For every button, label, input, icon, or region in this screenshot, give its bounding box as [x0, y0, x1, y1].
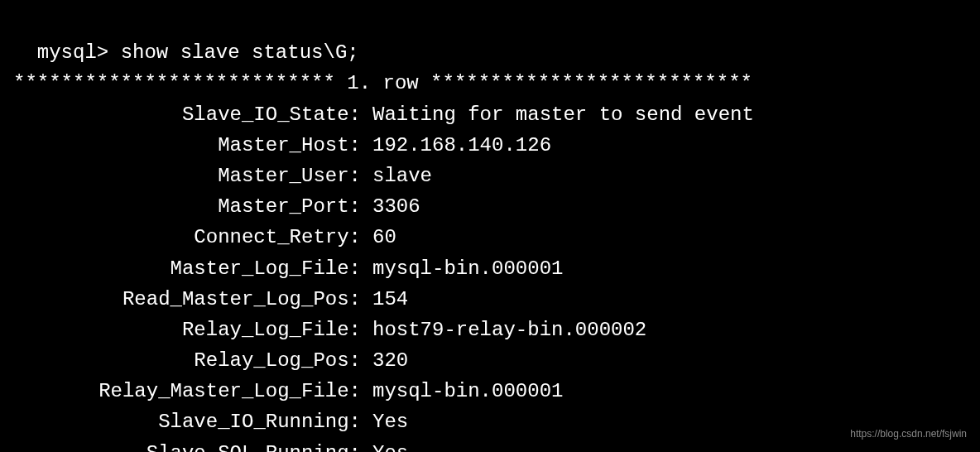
status-row: Relay_Master_Log_File: mysql-bin.000001 — [13, 376, 967, 406]
field-value-read-master-log-pos: 154 — [361, 284, 408, 315]
field-label-relay-log-file: Relay_Log_File: — [13, 315, 361, 345]
field-value-relay-log-file: host79-relay-bin.000002 — [361, 315, 646, 345]
field-value-master-port: 3306 — [361, 191, 420, 222]
field-label-connect-retry: Connect_Retry: — [13, 222, 361, 252]
field-label-master-host: Master_Host: — [13, 130, 361, 161]
row-separator: *************************** 1. row *****… — [13, 68, 967, 99]
status-row: Master_Log_File: mysql-bin.000001 — [13, 253, 967, 284]
status-row: Relay_Log_Pos: 320 — [13, 345, 967, 376]
field-label-master-user: Master_User: — [13, 161, 361, 191]
status-row: Slave_IO_State: Waiting for master to se… — [13, 99, 967, 130]
field-value-slave-io-state: Waiting for master to send event — [361, 99, 754, 130]
command-line: mysql> show slave status\G; — [13, 7, 967, 68]
field-value-relay-log-pos: 320 — [361, 345, 408, 376]
field-label-relay-master-log-file: Relay_Master_Log_File: — [13, 376, 361, 406]
field-label-read-master-log-pos: Read_Master_Log_Pos: — [13, 284, 361, 315]
status-row: Master_Host: 192.168.140.126 — [13, 130, 967, 161]
status-row: Relay_Log_File: host79-relay-bin.000002 — [13, 315, 967, 345]
field-label-master-log-file: Master_Log_File: — [13, 253, 361, 284]
status-row: Slave_SQL_Running: Yes — [13, 438, 967, 452]
status-row: Master_User: slave — [13, 161, 967, 191]
status-row: Master_Port: 3306 — [13, 191, 967, 222]
field-value-master-user: slave — [361, 161, 432, 191]
field-value-relay-master-log-file: mysql-bin.000001 — [361, 376, 563, 406]
field-value-master-host: 192.168.140.126 — [361, 130, 551, 161]
field-value-slave-io-running: Yes — [361, 406, 408, 437]
field-value-master-log-file: mysql-bin.000001 — [361, 253, 563, 284]
field-label-relay-log-pos: Relay_Log_Pos: — [13, 345, 361, 376]
field-label-slave-io-running: Slave_IO_Running: — [13, 406, 361, 437]
field-label-slave-sql-running: Slave_SQL_Running: — [13, 438, 361, 452]
field-value-slave-sql-running: Yes — [361, 438, 408, 452]
field-label-slave-io-state: Slave_IO_State: — [13, 99, 361, 130]
mysql-prompt: mysql> — [37, 41, 121, 64]
status-row: Connect_Retry: 60 — [13, 222, 967, 252]
watermark-text: https://blog.csdn.net/fsjwin — [850, 426, 967, 442]
field-label-master-port: Master_Port: — [13, 191, 361, 222]
field-value-connect-retry: 60 — [361, 222, 396, 252]
status-row: Read_Master_Log_Pos: 154 — [13, 284, 967, 315]
sql-command: show slave status\G; — [121, 41, 359, 64]
status-row: Slave_IO_Running: Yes — [13, 406, 967, 437]
